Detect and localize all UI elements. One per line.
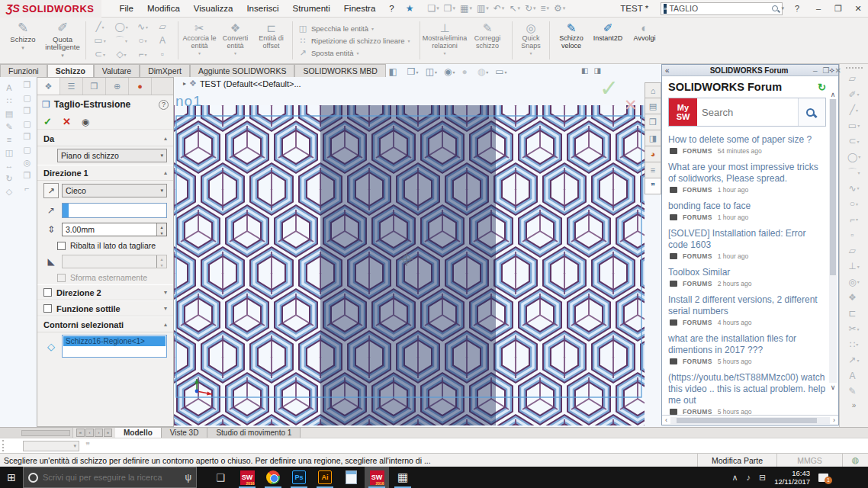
schizzo-button[interactable]: ✎Schizzo▾ [3, 19, 43, 62]
pm-preview-icon[interactable]: ◉ [82, 117, 89, 127]
volume-icon[interactable]: ♪ [746, 473, 751, 482]
notification-icon[interactable]: 1 [818, 474, 828, 482]
flip-side-checkbox[interactable] [57, 242, 66, 250]
draft-icon[interactable]: ◣ [43, 256, 59, 267]
windows-search[interactable]: ψ [23, 467, 197, 488]
forum-post[interactable]: (https://youtu.be/tST88MMzc00) watch thi… [668, 372, 826, 415]
pm-cancel-icon[interactable]: ✕ [63, 116, 71, 127]
tab-file-explorer[interactable]: ❒ [645, 114, 661, 130]
pm-help-icon[interactable]: ? [159, 100, 169, 110]
display-relations-icon[interactable]: ⊥▾ [848, 258, 859, 274]
pm-ok-icon[interactable]: ✓ [43, 116, 52, 127]
arc-icon[interactable]: ⌒▾ [111, 34, 132, 47]
smart-dimension-tool-icon[interactable]: ✐▾ [848, 87, 859, 103]
slot-tool-icon[interactable]: ⊂▾ [848, 133, 859, 149]
search-input[interactable] [669, 4, 772, 13]
sketch-rectangle-tool-icon[interactable]: ▱▾ [849, 71, 859, 87]
spline-tool-icon[interactable]: ∿▾ [848, 181, 859, 197]
toolbar-more-icon[interactable]: » [852, 401, 857, 409]
tab-viste-3d[interactable]: Viste 3D [162, 428, 208, 438]
depth-spinner[interactable]: ▴▾ [156, 223, 166, 236]
restore-button[interactable]: ❐ [828, 0, 848, 17]
taskbar-solidworks-active[interactable]: SW2016 [365, 467, 389, 488]
lofted-boss-icon[interactable]: ▢ [23, 118, 31, 129]
forum-post[interactable]: bonding face to face FORUMS 1 hour ago [668, 201, 826, 221]
tab-valutare[interactable]: Valutare [94, 64, 140, 77]
circle-tool-icon[interactable]: ◯▾ [847, 149, 860, 165]
menu-visualizza[interactable]: Visualizza [187, 0, 240, 18]
menu-inserisci[interactable]: Inserisci [240, 0, 285, 18]
plane-tool-icon[interactable]: ▱▾ [849, 243, 859, 259]
menu-modifica[interactable]: Modifica [140, 0, 187, 18]
print-icon[interactable]: ▥▾ [475, 2, 490, 14]
tab-funzioni[interactable]: Funzioni [0, 64, 47, 77]
quota-intelligente-button[interactable]: ✐Quota intelligente▾ [43, 19, 82, 62]
toolbar-grip[interactable] [846, 67, 863, 69]
sweep-cut-icon[interactable]: ⌐ [24, 183, 29, 194]
ripetizione-schizzo-button[interactable]: ∷Ripetizione di schizzo lineare▾ [296, 36, 416, 46]
search-scope-icon[interactable]: » [664, 4, 667, 14]
search-icon[interactable] [772, 5, 778, 11]
save-icon[interactable]: ▦▾ [458, 2, 474, 14]
refresh-icon[interactable]: ↻ [818, 82, 826, 93]
feature-tree-flyout[interactable]: ▸ ❖ TEST (Default<<Default>... [183, 79, 301, 88]
graphics-area[interactable] [174, 105, 645, 425]
selected-contour-item[interactable]: Schizzo16-Regione<1> [63, 336, 166, 346]
selected-contours-list[interactable]: Schizzo16-Regione<1> [62, 335, 167, 358]
close-button[interactable]: ✕ [848, 0, 868, 17]
point-tool-icon[interactable]: ▫▾ [850, 227, 857, 243]
tab-propertymanager[interactable]: ❖ [37, 78, 60, 95]
fillet-tool-icon[interactable]: ⌐▾ [850, 212, 858, 228]
help-button[interactable]: ? [786, 0, 809, 17]
doc-restore-icon[interactable]: ❐ [823, 66, 830, 75]
direzione2-checkbox[interactable] [43, 288, 52, 297]
section-direzione2[interactable]: Direzione 2 ▾ [37, 284, 173, 300]
line-icon[interactable]: ╱▾ [89, 20, 111, 34]
rectangle-tool-icon[interactable]: ▭▾ [848, 118, 860, 134]
stretch-entities-icon[interactable]: ↔ [5, 160, 14, 171]
network-icon[interactable]: ⊟ [759, 473, 766, 483]
tab-view-palette[interactable]: ◨ [645, 130, 661, 146]
microphone-icon[interactable]: ψ [185, 472, 191, 483]
quick-snaps-icon[interactable]: ◎▾ [848, 274, 860, 291]
forum-search-button[interactable] [798, 98, 825, 126]
undo-icon[interactable]: ↶▾ [492, 2, 506, 14]
ellipse-tool-icon[interactable]: ○▾ [850, 196, 858, 212]
line-tool-icon[interactable]: ╱▾ [850, 102, 858, 118]
scrollbar-thumb[interactable] [677, 418, 817, 423]
pane-left-icon[interactable]: ◧ [581, 66, 588, 75]
instant2d-button[interactable]: ✐Instant2D▾ [590, 19, 626, 62]
end-condition-dropdown[interactable]: Cieco ▾ [62, 184, 167, 197]
tab-studio-movimento[interactable]: Studio di movimento 1 [207, 428, 301, 438]
status-units[interactable]: MMGS [776, 454, 842, 467]
spline-icon[interactable]: ∿▾ [132, 20, 153, 34]
section-da[interactable]: Da ▴ [37, 130, 173, 146]
sketch-text-icon[interactable]: A [6, 82, 11, 93]
forum-post[interactable]: what are the installation files for dime… [668, 333, 826, 365]
doc-minimize-icon[interactable]: – [813, 66, 818, 75]
section-direzione1[interactable]: Direzione 1 ▴ [37, 165, 173, 181]
apply-scene-icon[interactable]: ◍▾ [477, 66, 489, 77]
taskbar-notepad[interactable] [339, 467, 363, 488]
task-view-button[interactable]: ❑ [207, 467, 233, 488]
sheet-last-icon[interactable]: » [104, 429, 112, 437]
sketch-text-tool-icon[interactable]: A▾ [849, 368, 858, 384]
specchia-entita-button[interactable]: ◫Specchia le entità▾ [296, 24, 416, 34]
ellipse-icon[interactable]: ○▾ [132, 34, 153, 47]
rotate-entities-icon[interactable]: ↻ [5, 173, 12, 184]
move-entities-icon[interactable]: ↗▾ [848, 352, 859, 368]
command-search[interactable]: » ▾ [661, 2, 783, 15]
sheet-prev-icon[interactable]: ‹ [85, 429, 94, 437]
tree-root-label[interactable]: TEST (Default<<Default>... [200, 79, 301, 88]
menu-file[interactable]: File [112, 0, 140, 18]
pane-right-icon[interactable]: ◨ [593, 66, 600, 75]
view-settings-icon[interactable]: ▭▾ [495, 66, 506, 77]
tab-solidworks-resources[interactable]: ⌂ [645, 82, 661, 98]
tab-featuremanager[interactable]: ☰ [60, 78, 83, 95]
taskbar-illustrator[interactable]: Ai [313, 467, 337, 488]
search-caret-icon[interactable]: ▾ [781, 5, 784, 11]
select-icon[interactable]: ↖▾ [507, 2, 522, 14]
correggi-schizzo-button[interactable]: ✎Correggi schizzo▾ [466, 19, 509, 62]
dock-grip[interactable] [2, 440, 4, 451]
taskbar-solidworks-2016[interactable]: SW2016 [235, 467, 259, 488]
